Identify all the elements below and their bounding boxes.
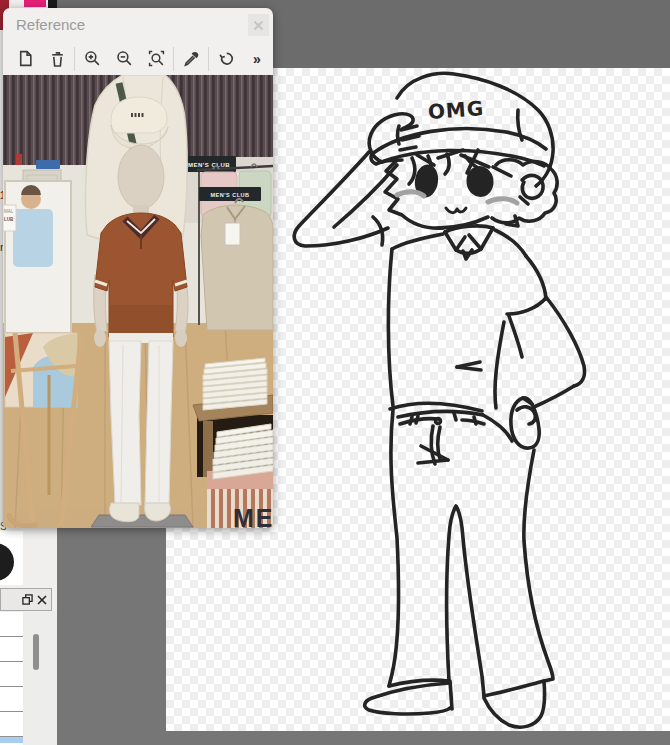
zoom-out-button[interactable] xyxy=(108,45,140,73)
sketch-leg-left xyxy=(389,410,399,686)
sketch-cap-label: OMG xyxy=(427,96,485,124)
folded-shirt-stack xyxy=(213,424,273,479)
list-item[interactable] xyxy=(0,662,23,687)
eyedropper-icon xyxy=(183,50,200,67)
sketch-leg-right xyxy=(524,450,553,681)
poster: MAL LUB xyxy=(3,181,71,333)
mini-docker-titlebar[interactable] xyxy=(0,588,52,611)
color-picker-button[interactable] xyxy=(175,45,207,73)
rotate-left-button[interactable] xyxy=(210,45,242,73)
svg-text:MEN'S CLUB: MEN'S CLUB xyxy=(188,162,230,168)
sketch-inseam xyxy=(447,506,484,696)
reference-window: Reference xyxy=(3,8,273,528)
rotate-left-icon xyxy=(218,50,235,67)
list-item[interactable] xyxy=(0,612,23,637)
window-title: Reference xyxy=(16,16,85,33)
list-item[interactable] xyxy=(0,687,23,712)
color-swatch-magenta xyxy=(24,0,46,7)
close-icon xyxy=(253,20,264,31)
new-image-icon xyxy=(17,50,34,67)
reference-toolbar: » xyxy=(3,42,273,75)
sketch-arm-raised xyxy=(294,152,388,246)
zoom-in-button[interactable] xyxy=(76,45,108,73)
list-item[interactable] xyxy=(0,712,23,737)
svg-text:ME: ME xyxy=(233,504,273,528)
svg-text:MEN'S CLUB: MEN'S CLUB xyxy=(210,192,249,198)
close-button[interactable] xyxy=(248,14,269,36)
reference-image[interactable]: MEN'S CLUB xyxy=(3,75,273,528)
base-plate xyxy=(91,515,193,527)
list-item-selected[interactable] xyxy=(0,737,23,743)
toolbar-overflow-button[interactable]: » xyxy=(244,51,270,67)
toolbar-separator xyxy=(74,47,75,71)
scrollbar-thumb[interactable] xyxy=(33,634,39,670)
mannequin-head xyxy=(118,145,164,209)
trash-icon xyxy=(49,50,66,67)
sketch-collar xyxy=(445,232,465,250)
svg-text:MAL: MAL xyxy=(4,209,14,214)
store-photo: MEN'S CLUB xyxy=(3,75,273,528)
float-docker-icon[interactable] xyxy=(22,594,33,605)
toolbar-separator xyxy=(173,47,174,71)
sketch-shoe-left xyxy=(365,683,450,714)
toolbar-separator xyxy=(208,47,209,71)
zoom-to-fit-button[interactable] xyxy=(140,45,172,73)
striped-box: ME xyxy=(207,471,273,528)
khaki-polo xyxy=(201,199,273,330)
remove-image-button[interactable] xyxy=(41,45,73,73)
close-docker-icon[interactable] xyxy=(37,595,47,605)
reference-titlebar[interactable]: Reference xyxy=(3,8,273,42)
list-item[interactable] xyxy=(0,637,23,662)
sketch-blush xyxy=(397,192,517,203)
mini-docker-list[interactable] xyxy=(0,612,23,745)
alarm-box xyxy=(16,154,22,165)
new-image-button[interactable] xyxy=(9,45,41,73)
hang-tag xyxy=(225,223,240,245)
folded-shirt-stack xyxy=(203,358,267,410)
sketch-eyes xyxy=(413,163,496,199)
zoom-in-icon xyxy=(84,50,101,67)
mini-docker-scroll-area xyxy=(23,612,57,745)
blue-sign xyxy=(36,160,60,169)
zoom-out-icon xyxy=(116,50,133,67)
svg-text:LUB: LUB xyxy=(4,217,14,222)
zoom-to-fit-icon xyxy=(148,50,165,67)
sketch-ear-curl xyxy=(522,175,543,198)
sketch-torso xyxy=(388,249,393,406)
sketch-arm-hip xyxy=(526,256,546,299)
sketch-mouth xyxy=(446,208,466,213)
rack-sign: MEN'S CLUB xyxy=(199,187,261,201)
